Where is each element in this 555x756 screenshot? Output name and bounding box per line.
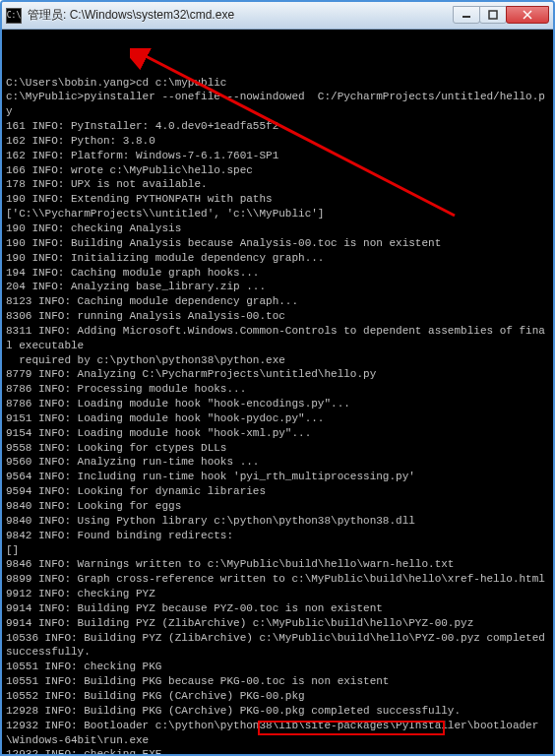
terminal-line: [] bbox=[6, 543, 549, 558]
terminal-line: 9914 INFO: Building PYZ (ZlibArchive) c:… bbox=[6, 616, 549, 631]
terminal-line: 12932 INFO: Bootloader c:\python\python3… bbox=[6, 719, 549, 748]
terminal-line: 178 INFO: UPX is not available. bbox=[6, 177, 549, 192]
terminal-line: 9846 INFO: Warnings written to c:\MyPubl… bbox=[6, 557, 549, 572]
terminal-line: 190 INFO: checking Analysis bbox=[6, 221, 549, 236]
terminal-line: 8786 INFO: Processing module hooks... bbox=[6, 382, 549, 397]
terminal-line: 9558 INFO: Looking for ctypes DLLs bbox=[6, 441, 549, 456]
terminal-line: required by c:\python\python38\python.ex… bbox=[6, 353, 549, 368]
terminal-line: 8311 INFO: Adding Microsoft.Windows.Comm… bbox=[6, 324, 549, 353]
cmd-icon: C:\ bbox=[6, 8, 22, 24]
terminal-line: C:\Users\bobin.yang>cd c:\mypublic bbox=[6, 76, 549, 91]
terminal-line: 9840 INFO: Using Python library c:\pytho… bbox=[6, 514, 549, 529]
terminal-line: 190 INFO: Extending PYTHONPATH with path… bbox=[6, 192, 549, 207]
terminal-line: 161 INFO: PyInstaller: 4.0.dev0+1eadfa55… bbox=[6, 119, 549, 134]
terminal-line: ['C:\\PycharmProjects\\untitled', 'c:\\M… bbox=[6, 207, 549, 221]
close-button[interactable] bbox=[506, 6, 549, 24]
terminal-line: 9564 INFO: Including run-time hook 'pyi_… bbox=[6, 470, 549, 484]
terminal-output[interactable]: C:\Users\bobin.yang>cd c:\mypublicc:\MyP… bbox=[2, 30, 553, 754]
terminal-line: 190 INFO: Building Analysis because Anal… bbox=[6, 236, 549, 251]
terminal-line: 9594 INFO: Looking for dynamic libraries bbox=[6, 484, 549, 499]
terminal-line: 8779 INFO: Analyzing C:\PycharmProjects\… bbox=[6, 367, 549, 382]
terminal-line: c:\MyPublic>pyinstaller --onefile --nowi… bbox=[6, 90, 549, 119]
terminal-line: 162 INFO: Python: 3.8.0 bbox=[6, 134, 549, 149]
terminal-line: 8786 INFO: Loading module hook "hook-enc… bbox=[6, 397, 549, 411]
terminal-line: 204 INFO: Analyzing base_library.zip ... bbox=[6, 280, 549, 294]
window-controls bbox=[454, 7, 549, 24]
maximize-button[interactable] bbox=[479, 6, 507, 24]
minimize-icon bbox=[462, 10, 471, 20]
terminal-line: 9840 INFO: Looking for eggs bbox=[6, 499, 549, 514]
svg-rect-1 bbox=[489, 11, 497, 19]
terminal-line: 8123 INFO: Caching module dependency gra… bbox=[6, 294, 549, 309]
terminal-line: 10551 INFO: Building PKG because PKG-00.… bbox=[6, 674, 549, 689]
terminal-line: 10552 INFO: Building PKG (CArchive) PKG-… bbox=[6, 689, 549, 704]
maximize-icon bbox=[488, 10, 498, 20]
terminal-line: 12932 INFO: checking EXE bbox=[6, 747, 549, 754]
terminal-line: 9154 INFO: Loading module hook "hook-xml… bbox=[6, 426, 549, 441]
terminal-line: 190 INFO: Initializing module dependency… bbox=[6, 251, 549, 266]
terminal-line: 9151 INFO: Loading module hook "hook-pyd… bbox=[6, 411, 549, 426]
terminal-line: 9842 INFO: Found binding redirects: bbox=[6, 529, 549, 543]
terminal-line: 166 INFO: wrote c:\MyPublic\hello.spec bbox=[6, 163, 549, 178]
close-icon bbox=[523, 10, 532, 20]
terminal-line: 162 INFO: Platform: Windows-7-6.1.7601-S… bbox=[6, 149, 549, 163]
terminal-line: 10551 INFO: checking PKG bbox=[6, 660, 549, 674]
terminal-line: 8306 INFO: running Analysis Analysis-00.… bbox=[6, 309, 549, 324]
terminal-line: 12928 INFO: Building PKG (CArchive) PKG-… bbox=[6, 704, 549, 719]
terminal-line: 9914 INFO: Building PYZ because PYZ-00.t… bbox=[6, 601, 549, 616]
terminal-line: 9912 INFO: checking PYZ bbox=[6, 587, 549, 601]
window-title: 管理员: C:\Windows\system32\cmd.exe bbox=[28, 7, 454, 24]
terminal-line: 194 INFO: Caching module graph hooks... bbox=[6, 266, 549, 281]
terminal-line: 9560 INFO: Analyzing run-time hooks ... bbox=[6, 455, 549, 470]
window-titlebar[interactable]: C:\ 管理员: C:\Windows\system32\cmd.exe bbox=[2, 2, 553, 30]
terminal-line: 9899 INFO: Graph cross-reference written… bbox=[6, 572, 549, 587]
minimize-button[interactable] bbox=[453, 6, 480, 24]
terminal-line: 10536 INFO: Building PYZ (ZlibArchive) c… bbox=[6, 631, 549, 661]
